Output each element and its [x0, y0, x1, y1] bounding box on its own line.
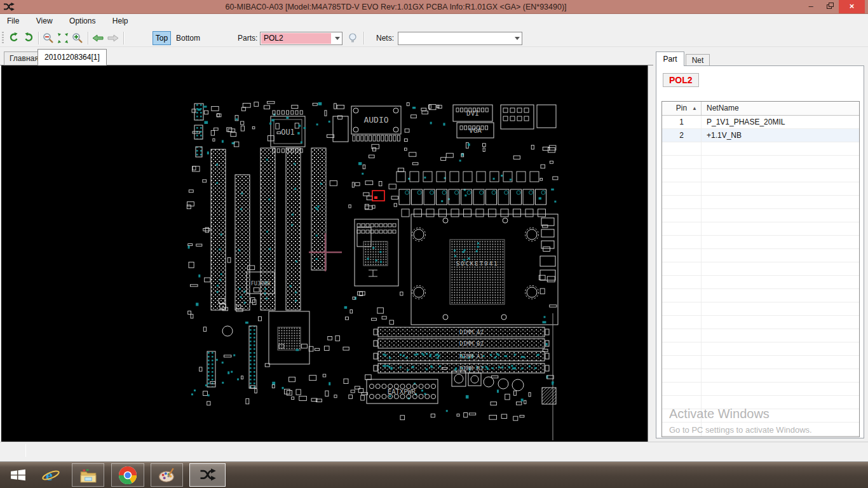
title-bar: 60-MIBAC0-A03 [Model:M4A785TD-V EVO Rev:… [0, 0, 868, 14]
netname-cell [702, 236, 859, 248]
label-fu3900: FU3900 [251, 280, 271, 287]
netname-cell [702, 289, 859, 302]
pin-cell: 1 [662, 116, 702, 128]
taskbar-file-explorer[interactable] [72, 463, 104, 487]
label-dimm-a2: DIMM_A2 [459, 329, 484, 336]
selected-part-pol2[interactable] [372, 191, 384, 201]
table-row [662, 276, 859, 289]
rotate-left-icon[interactable] [8, 32, 20, 44]
netname-cell [702, 383, 859, 395]
taskbar-chrome[interactable] [111, 463, 144, 487]
netname-cell [702, 142, 859, 155]
column-header-pin[interactable]: Pin ▲ [662, 102, 702, 115]
io-connector [537, 105, 556, 128]
toolbar-grip [2, 32, 4, 44]
zoom-in-icon[interactable] [71, 32, 84, 44]
pin-cell [662, 276, 702, 288]
table-row[interactable]: 2+1.1V_NB [662, 129, 859, 142]
selected-part-badge[interactable]: POL2 [663, 73, 699, 87]
menu-help[interactable]: Help [105, 14, 135, 28]
pin-cell [662, 423, 702, 435]
netname-cell [702, 329, 859, 342]
pci-slot [286, 148, 301, 310]
netname-cell [702, 262, 859, 275]
label-eatxpwr: EATXPWR [388, 388, 416, 395]
parts-label: Parts: [238, 34, 257, 43]
chip-lu1 [333, 116, 348, 142]
chevron-down-icon [335, 37, 340, 40]
pin-header-label: Pin [676, 104, 687, 112]
taskbar-boardviewer-active[interactable] [189, 463, 226, 487]
start-button[interactable] [5, 463, 31, 487]
back-icon[interactable] [92, 32, 104, 44]
table-row [662, 369, 859, 383]
svg-text:e: e [46, 467, 53, 484]
pin-cell [662, 196, 702, 208]
label-dimm-a1: DIMM_A1 [459, 353, 484, 360]
table-row [662, 302, 859, 316]
table-row [662, 409, 859, 423]
bottom-side-button[interactable]: Bottom [172, 31, 204, 45]
pin-net-table[interactable]: Pin ▲ NetName 1P_1V1_PHASE_20MIL2+1.1V_N… [661, 101, 860, 437]
table-row [662, 236, 859, 249]
board-canvas[interactable]: OU1 AUDIO DVI VGA SOCKET941 FU3900 DIMM_… [1, 65, 648, 442]
zoom-out-icon[interactable] [42, 32, 55, 44]
menu-file[interactable]: File [0, 14, 26, 28]
app-shuffle-icon [200, 468, 216, 482]
minimize-button[interactable]: – [802, 0, 820, 13]
screen: 60-MIBAC0-A03 [Model:M4A785TD-V EVO Rev:… [0, 0, 868, 488]
toolbar-separator [88, 32, 88, 44]
table-header: Pin ▲ NetName [662, 102, 859, 116]
pin-cell [662, 396, 702, 409]
close-button[interactable]: × [839, 0, 865, 13]
nets-combobox[interactable] [398, 32, 522, 45]
pin-cell [662, 356, 702, 369]
rotate-right-icon[interactable] [22, 32, 35, 44]
netname-cell [702, 396, 859, 409]
pin-cell [662, 156, 702, 168]
pin-cell [662, 329, 702, 342]
netname-cell [702, 156, 859, 168]
table-row [662, 142, 859, 156]
table-row [662, 196, 859, 209]
table-row [662, 222, 859, 236]
status-bar [0, 442, 868, 462]
tab-board-file[interactable]: 20101208364[1] [37, 49, 107, 65]
column-header-netname[interactable]: NetName [702, 102, 859, 115]
pin-cell [662, 289, 702, 302]
pin-cell [662, 209, 702, 222]
label-socket: SOCKET941 [456, 261, 499, 267]
taskbar-internet-explorer[interactable]: e [37, 463, 65, 487]
rear-io-header [194, 125, 203, 139]
toolbar: Top Bottom Parts: POL2 Nets: [0, 29, 868, 47]
toolbar-separator [123, 32, 124, 44]
forward-icon[interactable] [107, 32, 119, 44]
netname-cell [702, 302, 859, 315]
tab-net[interactable]: Net [686, 54, 710, 66]
tab-part[interactable]: Part [656, 51, 684, 66]
pin-cell [662, 236, 702, 248]
pin-cell [662, 262, 702, 275]
netname-cell [702, 209, 859, 222]
netname-cell [702, 196, 859, 208]
table-row [662, 169, 859, 182]
menu-bar: File View Options Help [0, 14, 868, 29]
table-row[interactable]: 1P_1V1_PHASE_20MIL [662, 116, 859, 129]
restore-button[interactable] [821, 0, 839, 13]
netname-cell [702, 316, 859, 329]
netname-cell [702, 182, 859, 195]
pin-cell [662, 249, 702, 262]
label-dimm-b1: DIMM_B1 [459, 365, 484, 372]
taskbar-paint[interactable] [151, 463, 183, 487]
pin-cell [662, 383, 702, 395]
menu-view[interactable]: View [29, 14, 60, 28]
netname-cell [702, 276, 859, 288]
zoom-fit-icon[interactable] [57, 32, 69, 44]
bulb-icon[interactable] [347, 32, 358, 44]
parts-combobox[interactable]: POL2 [260, 32, 342, 45]
table-row [662, 396, 859, 409]
netname-cell [702, 356, 859, 369]
top-side-button[interactable]: Top [153, 31, 171, 45]
menu-options[interactable]: Options [62, 14, 102, 28]
label-dimm-b2: DIMM_B2 [459, 341, 484, 347]
